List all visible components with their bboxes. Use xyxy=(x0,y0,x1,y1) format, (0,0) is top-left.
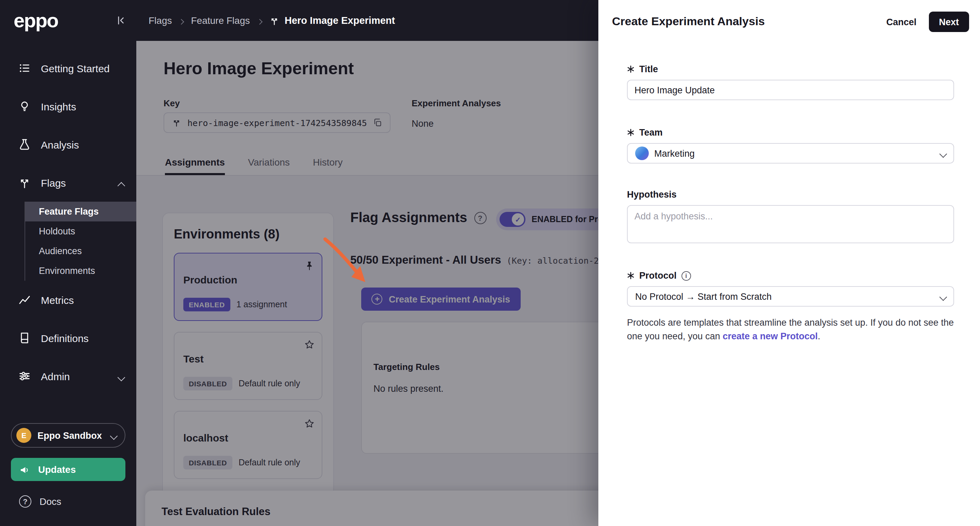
chevron-down-icon xyxy=(119,370,124,382)
create-experiment-analysis-drawer: Create Experiment Analysis Cancel Next T… xyxy=(598,0,980,526)
title-input[interactable] xyxy=(627,80,954,100)
protocol-select[interactable]: No Protocol → Start from Scratch xyxy=(627,286,954,307)
sidebar-item-label: Getting Started xyxy=(41,62,110,74)
workspace-name: Eppo Sandbox xyxy=(38,430,102,440)
sidebar-item-holdouts[interactable]: Holdouts xyxy=(25,221,136,241)
book-icon xyxy=(18,331,31,345)
breadcrumb-feature-flags[interactable]: Feature Flags xyxy=(191,15,250,26)
sidebar-item-insights[interactable]: Insights xyxy=(0,87,136,126)
sidebar-item-analysis[interactable]: Analysis xyxy=(0,126,136,164)
team-select-value: Marketing xyxy=(654,148,695,159)
breadcrumb-current: Hero Image Experiment xyxy=(269,15,395,26)
sidebar-collapse-icon[interactable] xyxy=(115,14,127,27)
required-asterisk-icon xyxy=(627,129,635,136)
workspace-avatar: E xyxy=(16,428,31,443)
team-label: Team xyxy=(627,127,954,138)
sidebar-item-audiences[interactable]: Audiences xyxy=(25,241,136,261)
docs-label: Docs xyxy=(40,496,61,507)
protocol-select-value: No Protocol → Start from Scratch xyxy=(635,291,772,302)
title-field-group: Title xyxy=(627,64,954,100)
app-root: eppo Getting Started Insights xyxy=(0,0,980,526)
sidebar-item-environments[interactable]: Environments xyxy=(25,261,136,281)
sidebar-item-flags[interactable]: Flags xyxy=(0,164,136,202)
protocol-field-group: Protocol i No Protocol → Start from Scra… xyxy=(627,270,954,343)
eppo-logo: eppo xyxy=(14,9,58,32)
megaphone-icon xyxy=(19,464,31,475)
checklist-icon xyxy=(18,61,31,75)
drawer-title: Create Experiment Analysis xyxy=(612,15,874,29)
hypothesis-label: Hypothesis xyxy=(627,189,954,200)
flask-icon xyxy=(18,138,31,151)
next-button[interactable]: Next xyxy=(929,11,969,32)
hypothesis-label-text: Hypothesis xyxy=(627,189,677,200)
drawer-header: Create Experiment Analysis Cancel Next xyxy=(598,0,980,44)
info-circle-icon[interactable]: i xyxy=(681,271,691,280)
sidebar-item-label: Definitions xyxy=(41,332,89,344)
sidebar-item-admin[interactable]: Admin xyxy=(0,357,136,395)
sidebar-item-feature-flags[interactable]: Feature Flags xyxy=(25,202,136,221)
required-asterisk-icon xyxy=(627,65,635,73)
sidebar-item-label: Analysis xyxy=(41,139,79,150)
sidebar-item-definitions[interactable]: Definitions xyxy=(0,319,136,357)
sliders-icon xyxy=(18,369,31,383)
trend-chart-icon xyxy=(18,293,31,307)
chevron-right-icon xyxy=(179,14,183,27)
cancel-button[interactable]: Cancel xyxy=(886,17,916,27)
breadcrumb-current-label: Hero Image Experiment xyxy=(285,15,395,26)
chevron-right-icon xyxy=(257,14,261,27)
flag-split-icon xyxy=(18,176,31,189)
title-label-text: Title xyxy=(639,64,658,74)
team-field-group: Team Marketing xyxy=(627,127,954,164)
protocol-help-after: . xyxy=(818,331,821,342)
sidebar-nav: Getting Started Insights Analysis Flags xyxy=(0,49,136,395)
sidebar: eppo Getting Started Insights xyxy=(0,0,136,526)
updates-label: Updates xyxy=(38,464,76,475)
sidebar-header: eppo xyxy=(0,0,136,41)
flag-split-icon xyxy=(269,15,279,25)
sidebar-item-label: Flags xyxy=(41,177,66,188)
sidebar-item-getting-started[interactable]: Getting Started xyxy=(0,49,136,87)
required-asterisk-icon xyxy=(627,272,635,279)
create-protocol-link[interactable]: create a new Protocol xyxy=(723,331,818,342)
chevron-down-icon xyxy=(940,147,946,159)
protocol-label: Protocol i xyxy=(627,270,954,281)
sidebar-item-metrics[interactable]: Metrics xyxy=(0,281,136,319)
drawer-form: Title Team Marketing xyxy=(598,64,980,343)
question-circle-icon: ? xyxy=(19,495,31,508)
flags-subnav: Feature Flags Holdouts Audiences Environ… xyxy=(24,202,136,281)
team-select[interactable]: Marketing xyxy=(627,143,954,164)
updates-button[interactable]: Updates xyxy=(11,458,126,481)
chevron-down-icon xyxy=(111,429,116,442)
team-avatar xyxy=(635,146,649,160)
protocol-help-text: Protocols are templates that streamline … xyxy=(627,316,954,343)
team-label-text: Team xyxy=(639,127,663,138)
sidebar-item-label: Insights xyxy=(41,100,76,112)
title-label: Title xyxy=(627,64,954,74)
sidebar-item-label: Metrics xyxy=(41,294,74,305)
protocol-label-text: Protocol xyxy=(639,270,677,281)
workspace-switcher[interactable]: E Eppo Sandbox xyxy=(11,423,126,448)
hypothesis-textarea[interactable] xyxy=(627,205,954,243)
chevron-up-icon xyxy=(119,177,124,188)
hypothesis-field-group: Hypothesis xyxy=(627,189,954,246)
docs-link[interactable]: ? Docs xyxy=(11,491,61,512)
lightbulb-icon xyxy=(18,100,31,113)
breadcrumb-flags[interactable]: Flags xyxy=(149,15,172,26)
chevron-down-icon xyxy=(940,290,946,302)
sidebar-item-label: Admin xyxy=(41,370,70,382)
